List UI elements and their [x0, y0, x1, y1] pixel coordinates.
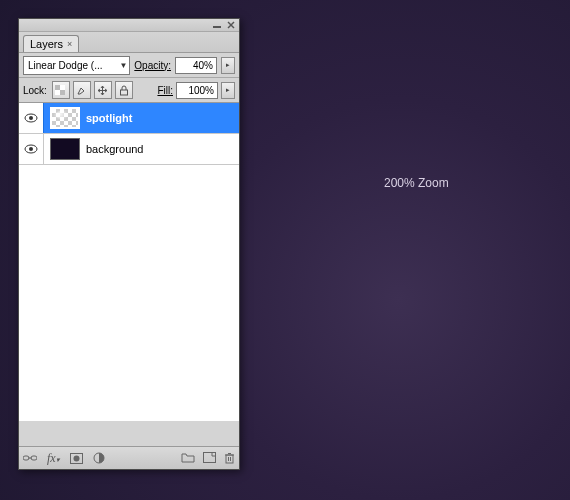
layers-panel: Layers × Linear Dodge (... ▼ Opacity: 40… [18, 18, 240, 470]
eye-icon [24, 144, 38, 154]
new-group-icon[interactable] [181, 452, 195, 464]
lock-fill-row: Lock: Fill: 100% ▸ [19, 78, 239, 103]
svg-point-9 [29, 116, 33, 120]
opacity-input[interactable]: 40% [175, 57, 217, 74]
blend-mode-select[interactable]: Linear Dodge (... ▼ [23, 56, 130, 75]
layer-row[interactable]: background [19, 134, 239, 165]
svg-rect-6 [55, 90, 60, 95]
svg-rect-3 [55, 85, 60, 90]
fill-flyout-button[interactable]: ▸ [221, 82, 235, 99]
layer-name[interactable]: background [86, 143, 144, 155]
lock-pixels-button[interactable] [73, 81, 91, 99]
blend-opacity-row: Linear Dodge (... ▼ Opacity: 40% ▸ [19, 53, 239, 78]
svg-rect-4 [60, 90, 65, 95]
close-icon[interactable] [227, 21, 235, 29]
svg-rect-0 [213, 26, 221, 28]
adjustment-layer-icon[interactable] [93, 452, 105, 464]
new-layer-icon[interactable] [203, 452, 216, 464]
opacity-label: Opacity: [134, 60, 171, 71]
zoom-level-label: 200% Zoom [384, 176, 449, 190]
blend-mode-value: Linear Dodge (... [28, 60, 103, 71]
panel-bottom-bar: fx▾ [19, 446, 239, 469]
svg-point-16 [73, 455, 79, 461]
svg-rect-18 [204, 453, 216, 463]
svg-rect-19 [226, 455, 233, 463]
tab-label: Layers [30, 38, 63, 50]
fill-label: Fill: [157, 85, 173, 96]
layer-mask-icon[interactable] [70, 453, 83, 464]
lock-transparency-button[interactable] [52, 81, 70, 99]
minimize-icon[interactable] [213, 21, 221, 29]
layer-list: spotlight background [19, 103, 239, 421]
panel-titlebar[interactable] [19, 19, 239, 32]
lock-all-button[interactable] [115, 81, 133, 99]
delete-layer-icon[interactable] [224, 452, 235, 464]
layer-row[interactable]: spotlight [19, 103, 239, 134]
layer-thumbnail[interactable] [50, 138, 80, 160]
lock-position-button[interactable] [94, 81, 112, 99]
svg-rect-7 [120, 90, 127, 95]
opacity-flyout-button[interactable]: ▸ [221, 57, 235, 74]
eye-icon [24, 113, 38, 123]
visibility-toggle[interactable] [19, 103, 44, 133]
panel-tabbar: Layers × [19, 32, 239, 53]
lock-label: Lock: [23, 85, 47, 96]
layer-name[interactable]: spotlight [86, 112, 132, 124]
svg-rect-5 [60, 85, 65, 90]
fill-input[interactable]: 100% [176, 82, 218, 99]
tab-close-icon[interactable]: × [67, 39, 72, 49]
tab-layers[interactable]: Layers × [23, 35, 79, 52]
chevron-down-icon: ▼ [119, 61, 127, 70]
layer-thumbnail[interactable] [50, 107, 80, 129]
layer-style-icon[interactable]: fx▾ [47, 451, 60, 466]
link-layers-icon[interactable] [23, 453, 37, 463]
visibility-toggle[interactable] [19, 134, 44, 164]
svg-point-11 [29, 147, 33, 151]
